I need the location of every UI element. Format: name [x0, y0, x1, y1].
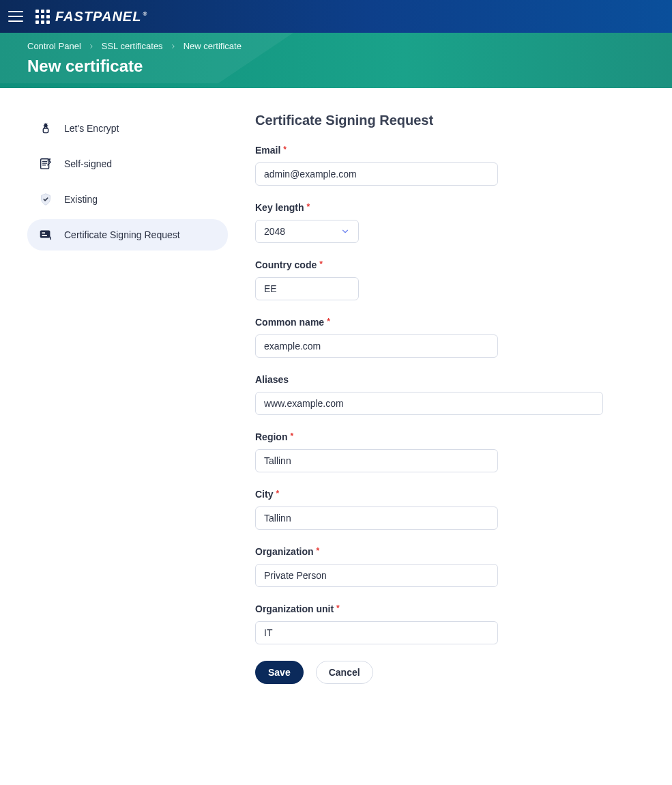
cancel-button[interactable]: Cancel	[316, 661, 373, 684]
label-organization: Organization*	[255, 546, 645, 557]
common-name-input[interactable]	[255, 334, 498, 358]
label-key-length: Key length*	[255, 202, 645, 213]
form-actions: Save Cancel	[255, 661, 645, 684]
key-length-value: 2048	[264, 226, 285, 237]
form-heading: Certificate Signing Request	[255, 113, 645, 128]
key-length-select[interactable]: 2048	[255, 220, 359, 243]
region-input[interactable]	[255, 449, 498, 472]
chevron-down-icon	[340, 227, 350, 236]
sidebar-item-label: Self-signed	[64, 158, 112, 169]
label-email: Email*	[255, 145, 645, 156]
field-organization: Organization*	[255, 546, 645, 587]
sidebar-item-csr[interactable]: Certificate Signing Request	[27, 219, 228, 251]
chevron-right-icon	[170, 43, 177, 50]
sidebar-item-existing[interactable]: Existing	[27, 184, 228, 215]
country-code-input[interactable]	[255, 277, 359, 300]
sidebar-item-label: Let's Encrypt	[64, 123, 119, 134]
app-logo[interactable]: FASTPANEL®	[35, 9, 147, 25]
app-name: FASTPANEL®	[55, 9, 147, 25]
label-common-name: Common name*	[255, 317, 645, 328]
breadcrumb-control-panel[interactable]: Control Panel	[27, 41, 81, 51]
signed-icon	[38, 156, 53, 171]
svg-rect-4	[42, 235, 47, 236]
svg-rect-0	[43, 128, 48, 132]
breadcrumb-current: New certificate	[184, 41, 242, 51]
field-email: Email*	[255, 145, 645, 186]
cert-type-sidebar: Let's Encrypt Self-signed Existing	[27, 113, 228, 684]
org-unit-input[interactable]	[255, 621, 498, 644]
field-key-length: Key length* 2048	[255, 202, 645, 243]
field-country-code: Country code*	[255, 259, 645, 300]
csr-icon	[38, 227, 53, 242]
save-button[interactable]: Save	[255, 661, 304, 684]
label-region: Region*	[255, 431, 645, 442]
field-city: City*	[255, 489, 645, 530]
page-header: Control Panel SSL certificates New certi…	[0, 33, 672, 88]
letsencrypt-icon	[38, 121, 53, 136]
email-input[interactable]	[255, 162, 498, 186]
label-city: City*	[255, 489, 645, 500]
label-org-unit: Organization unit*	[255, 603, 645, 614]
label-aliases: Aliases	[255, 374, 645, 385]
organization-input[interactable]	[255, 564, 498, 587]
field-common-name: Common name*	[255, 317, 645, 358]
topbar: FASTPANEL®	[0, 0, 672, 33]
sidebar-item-lets-encrypt[interactable]: Let's Encrypt	[27, 113, 228, 144]
breadcrumb-ssl-certificates[interactable]: SSL certificates	[102, 41, 163, 51]
content: Let's Encrypt Self-signed Existing	[27, 88, 645, 711]
label-country-code: Country code*	[255, 259, 645, 270]
logo-mark-icon	[35, 10, 50, 24]
field-org-unit: Organization unit*	[255, 603, 645, 644]
sidebar-item-label: Certificate Signing Request	[64, 229, 180, 240]
field-aliases: Aliases	[255, 374, 645, 415]
sidebar-item-self-signed[interactable]: Self-signed	[27, 148, 228, 180]
csr-form: Certificate Signing Request Email* Key l…	[255, 113, 645, 684]
aliases-input[interactable]	[255, 392, 603, 415]
city-input[interactable]	[255, 506, 498, 530]
check-shield-icon	[38, 192, 53, 207]
chevron-right-icon	[88, 43, 95, 50]
svg-rect-3	[42, 232, 46, 233]
page-title: New certificate	[27, 57, 645, 76]
field-region: Region*	[255, 431, 645, 472]
sidebar-item-label: Existing	[64, 194, 98, 205]
menu-toggle[interactable]	[8, 8, 25, 25]
breadcrumb: Control Panel SSL certificates New certi…	[27, 41, 645, 51]
